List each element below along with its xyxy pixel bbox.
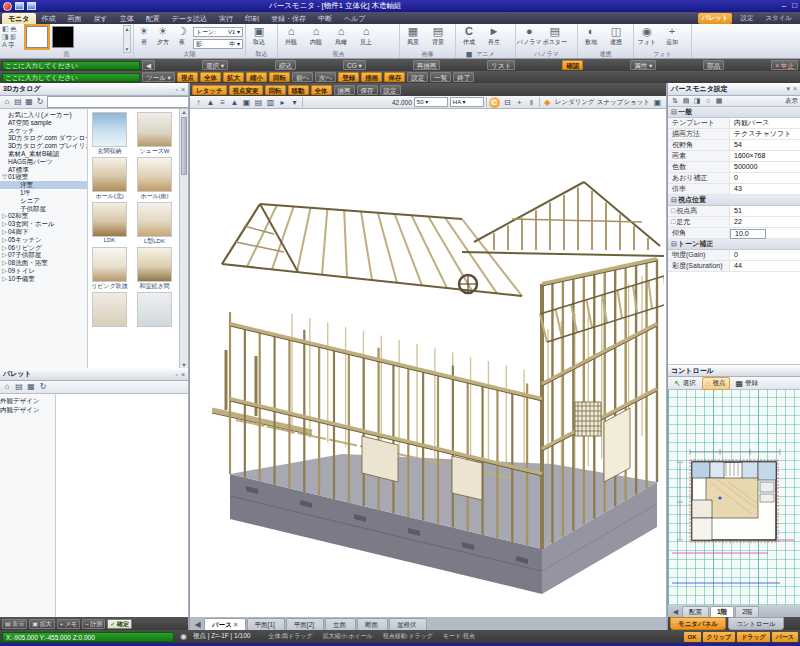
props-tool-icon[interactable]: ○ — [703, 96, 713, 106]
face-mini-button[interactable]: A 字 — [2, 41, 16, 49]
view-tab[interactable]: 屋根伏 — [389, 618, 427, 630]
canvas-tool-icon[interactable]: ⊟ — [502, 97, 513, 108]
catalog-tree-item[interactable]: ▷10予備室 — [0, 275, 87, 283]
catalog-tree-item[interactable]: 子供部屋 — [0, 205, 87, 213]
panel-tab[interactable]: コントロール — [728, 617, 784, 630]
sun-mode-button[interactable]: ☽ 夜 — [173, 25, 191, 47]
property-value[interactable]: 44 — [730, 261, 800, 271]
utility-button[interactable]: 設定 — [407, 72, 428, 82]
property-value[interactable]: テクスチャソフト — [730, 129, 800, 139]
status-action-button[interactable]: クリップ — [703, 632, 736, 642]
props-tool-icon[interactable]: ⇅ — [670, 96, 680, 106]
tab-close-icon[interactable]: × — [234, 621, 238, 628]
face-mini-button[interactable]: ◧ 色 — [2, 25, 16, 33]
view-strip-button[interactable]: 回転 — [265, 85, 286, 95]
zoom-select[interactable]: 50 ▾ — [414, 97, 448, 107]
property-row[interactable]: 画素 1600×768 — [668, 151, 800, 162]
utility-button[interactable]: 前へ — [292, 72, 313, 82]
ribbon-button-pano[interactable]: ▤ポスター — [543, 25, 567, 47]
property-value[interactable]: 22 — [730, 217, 800, 227]
ribbon-tab[interactable]: 画面 — [62, 13, 88, 24]
property-row[interactable]: □視点高 51 — [668, 206, 800, 217]
catalog-thumbnail[interactable]: ホール(南) — [134, 157, 175, 199]
ribbon-tab[interactable]: 配置 — [140, 13, 166, 24]
status-action-button[interactable]: ドラッグ — [737, 632, 770, 642]
tab-strip-right-button[interactable]: パレット — [698, 13, 733, 24]
quick-input-2[interactable]: ここに入力してください — [2, 73, 140, 82]
utility-button[interactable]: 登録 — [338, 72, 359, 82]
panel-header-icon[interactable]: × — [181, 371, 185, 378]
ribbon-tab[interactable]: 戻す — [88, 13, 114, 24]
ribbon-button-anime[interactable]: C作成 — [457, 25, 481, 47]
palette-tool-icon[interactable]: ⌂ — [2, 382, 12, 392]
status-action-button[interactable]: パース — [772, 632, 798, 642]
snapshot-button[interactable]: スナップショット — [597, 98, 650, 107]
property-value[interactable]: 10.0 — [730, 229, 766, 239]
catalog-tree-item[interactable]: ▷07子供部屋 — [0, 251, 87, 259]
ribbon-button-anime[interactable]: ►再生 — [482, 25, 506, 47]
catalog-thumbnail[interactable]: LDK — [89, 202, 130, 244]
ribbon-button-pano[interactable]: ●パノラマ — [517, 25, 542, 47]
control-mode-button[interactable]: ⌂ 視点 — [702, 377, 730, 390]
catalog-tree-item[interactable]: ▷04廊下 — [0, 228, 87, 236]
catalog-scrollbar[interactable]: ▲▼ — [179, 109, 188, 368]
render-button[interactable]: レンダリング — [555, 98, 595, 107]
ribbon-tab[interactable]: モニタ — [2, 13, 36, 24]
catalog-thumbnail[interactable]: シューズW — [134, 112, 175, 154]
catalog-thumbnail[interactable]: L型LDK — [134, 202, 175, 244]
ribbon-tab[interactable]: 実行 — [213, 13, 239, 24]
property-prefix-icon[interactable]: ⊟ — [671, 240, 677, 247]
plan-preview[interactable] — [668, 390, 800, 605]
view-strip-button[interactable]: 全体 — [311, 85, 332, 95]
mini-tool-button[interactable]: ✓ 確定 — [107, 619, 132, 629]
property-row[interactable]: 倍率 43 — [668, 184, 800, 195]
utility-button[interactable]: 視点 — [177, 72, 198, 82]
ribbon-tab[interactable]: 作成 — [36, 13, 62, 24]
catalog-tree-item[interactable]: ▷08洗面・浴室 — [0, 259, 87, 267]
view-tab[interactable]: 立面 — [325, 618, 356, 630]
3d-viewport[interactable] — [190, 109, 666, 617]
utility-button[interactable]: ツール ▾ — [142, 72, 175, 82]
ribbon-tab[interactable]: ヘルプ — [338, 13, 372, 24]
palette-tool-icon[interactable]: ▤ — [14, 382, 24, 392]
catalog-thumbnail[interactable]: ホール(北) — [89, 157, 130, 199]
property-row[interactable]: □足元 22 — [668, 217, 800, 228]
view-strip-button[interactable]: 設定 — [380, 85, 401, 95]
property-value[interactable]: 54 — [730, 140, 800, 150]
catalog-tool-icon[interactable]: ▦ — [24, 97, 34, 107]
catalog-tree-item[interactable]: ▷06リビング — [0, 244, 87, 252]
catalog-tool-icon[interactable]: ↻ — [35, 97, 45, 107]
quality-select[interactable]: HA ▾ — [450, 97, 484, 107]
property-prefix-icon[interactable]: ⊟ — [671, 108, 677, 115]
sun-mode-button[interactable]: ☀ 昼 — [135, 25, 153, 47]
props-tool-icon[interactable]: ▤ — [681, 96, 691, 106]
catalog-tree-item[interactable]: ▷09トイレ — [0, 267, 87, 275]
ribbon-tab[interactable]: 中断 — [312, 13, 338, 24]
ribbon-tab[interactable]: 印刷 — [239, 13, 265, 24]
ribbon-button-view[interactable]: ⌂外観 — [279, 25, 303, 47]
view-strip-button[interactable]: 視点変更 — [229, 85, 263, 95]
app-logo-icon[interactable] — [3, 2, 12, 11]
canvas-tool-icon[interactable]: ▲ — [205, 97, 216, 108]
ribbon-button-photo[interactable]: +追加 — [660, 25, 684, 47]
canvas-tool-icon[interactable]: ▥ — [265, 97, 276, 108]
property-value[interactable]: 500000 — [730, 162, 800, 172]
panel-header-icon[interactable]: ▫ — [175, 86, 177, 93]
property-row[interactable]: 色数 500000 — [668, 162, 800, 173]
utility-button[interactable]: CG ▾ — [343, 60, 366, 70]
view-tab[interactable]: 平面[1] — [247, 618, 285, 630]
mini-tool-button[interactable]: ~ 計測 — [82, 619, 105, 629]
utility-button[interactable]: 選択 ▾ — [202, 60, 228, 70]
utility-button[interactable]: 再描画 — [413, 60, 441, 70]
panel-header-icon[interactable]: × — [181, 86, 185, 93]
status-action-button[interactable]: OK — [684, 632, 701, 642]
floor-tab-scroll-icon[interactable]: ◀ — [670, 606, 681, 617]
catalog-tree-item[interactable]: HAGS用パーツ — [0, 158, 87, 166]
utility-button[interactable]: ◀ — [142, 60, 155, 70]
window-icon[interactable] — [15, 2, 24, 10]
ribbon-button-photo[interactable]: ◉フォト — [635, 25, 659, 47]
ribbon-button-image[interactable]: ▤背景 — [426, 25, 450, 47]
ribbon-tab[interactable]: データ読込 — [166, 13, 213, 24]
catalog-tree-item[interactable]: ▷02和室 — [0, 212, 87, 220]
utility-button[interactable]: 縮小 — [246, 72, 267, 82]
